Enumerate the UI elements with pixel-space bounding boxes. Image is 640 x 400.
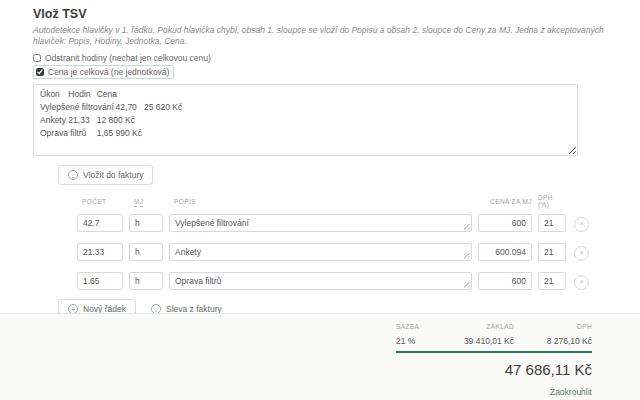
description-input[interactable] (169, 243, 472, 261)
page-description: Autodetekce hlavičky v 1. řádku. Pokud h… (33, 25, 611, 47)
remove-hours-checkbox[interactable] (33, 54, 41, 62)
page-title: Vlož TSV (33, 7, 612, 21)
delete-row-button[interactable]: × (574, 275, 589, 290)
vat-input[interactable] (538, 243, 566, 261)
vat-input[interactable] (538, 214, 566, 232)
header-description: POPIS (169, 198, 472, 205)
row-actions: + Nový řádek ↓ Sleva z faktury (58, 299, 612, 313)
new-row-label: Nový řádek (83, 304, 126, 313)
total-price-focus-ring: Cena je celková (ne jednotková) (33, 65, 174, 79)
unit-price-input[interactable] (478, 243, 532, 261)
count-input[interactable] (77, 243, 123, 261)
summary-vat-value: 8 276,10 Kč (514, 336, 592, 346)
invoice-discount-button[interactable]: ↓ Sleva z faktury (142, 300, 231, 313)
close-icon: × (579, 220, 584, 228)
insert-button-label: Vložit do faktury (83, 170, 143, 180)
count-input[interactable] (77, 272, 123, 290)
delete-row-button[interactable]: × (574, 217, 589, 232)
resize-grip-icon[interactable] (464, 253, 470, 259)
unit-price-input[interactable] (478, 272, 532, 290)
summary-header-rate: SAZBA (396, 323, 446, 330)
unit-input[interactable] (129, 214, 163, 232)
summary-header-vat: DPH (514, 323, 592, 330)
header-unit: MJ (129, 198, 163, 205)
description-input[interactable] (169, 272, 472, 290)
description-input[interactable] (169, 214, 472, 232)
discount-label: Sleva z faktury (166, 304, 222, 313)
summary-header-base: ZÁKLAD (446, 323, 514, 330)
new-row-button[interactable]: + Nový řádek (58, 299, 136, 313)
vat-input[interactable] (538, 272, 566, 290)
delete-row-button[interactable]: × (574, 246, 589, 261)
total-price-checkbox[interactable] (36, 68, 44, 76)
header-count: POČET (77, 198, 123, 205)
header-unit-price: CENA ZA MJ (478, 198, 532, 205)
option-remove-hours: Odstranit hodiny (nechat jen celkovou ce… (33, 53, 612, 63)
table-row: × (55, 270, 612, 290)
option-total-price: Cena je celková (ne jednotková) (33, 65, 612, 79)
total-price-label: Cena je celková (ne jednotková) (48, 67, 169, 77)
resize-grip-icon[interactable] (464, 282, 470, 288)
arrow-down-circle-icon: ↓ (68, 170, 78, 180)
resize-grip-icon[interactable] (464, 224, 470, 230)
count-input[interactable] (77, 214, 123, 232)
table-row: × (55, 212, 612, 232)
unit-price-input[interactable] (478, 214, 532, 232)
plus-circle-icon: + (68, 304, 78, 313)
unit-input[interactable] (129, 243, 163, 261)
header-vat: DPH (%) (538, 194, 566, 208)
arrow-down-circle-icon: ↓ (151, 304, 161, 313)
items-header-row: POČET MJ POPIS CENA ZA MJ DPH (%) (55, 194, 612, 208)
invoice-total: 47 686,11 Kč (396, 361, 592, 378)
round-link[interactable]: Zaokrouhlit (396, 387, 592, 397)
vat-summary: SAZBA ZÁKLAD DPH 21 % 39 410,01 Kč 8 276… (396, 323, 592, 397)
table-row: × (55, 241, 612, 261)
unit-input[interactable] (129, 272, 163, 290)
insert-into-invoice-button[interactable]: ↓ Vložit do faktury (58, 165, 153, 185)
summary-rate-value: 21 % (396, 336, 446, 346)
close-icon: × (579, 278, 584, 286)
vloz-tsv-page: Vlož TSV Autodetekce hlavičky v 1. řádku… (0, 0, 640, 400)
summary-divider (396, 351, 592, 353)
main-content: Vlož TSV Autodetekce hlavičky v 1. řádku… (0, 0, 640, 313)
tsv-input[interactable]: Úkon Hodin Cena Vylepšené filtrování 42,… (33, 84, 578, 156)
invoice-items-table: POČET MJ POPIS CENA ZA MJ DPH (%) × (55, 194, 612, 290)
summary-base-value: 39 410,01 Kč (446, 336, 514, 346)
remove-hours-label: Odstranit hodiny (nechat jen celkovou ce… (45, 53, 211, 63)
close-icon: × (579, 249, 584, 257)
vat-summary-grid: SAZBA ZÁKLAD DPH 21 % 39 410,01 Kč 8 276… (396, 323, 592, 346)
totals-section: SAZBA ZÁKLAD DPH 21 % 39 410,01 Kč 8 276… (0, 313, 640, 400)
